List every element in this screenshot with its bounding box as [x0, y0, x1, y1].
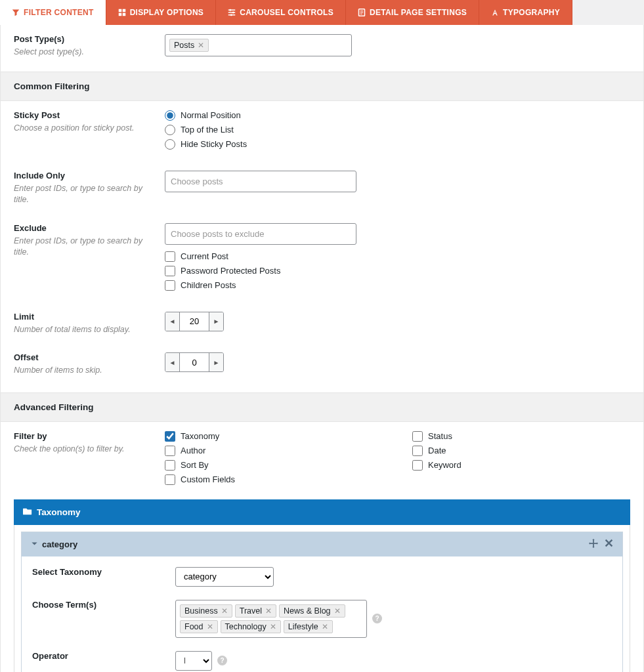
sticky-help: Choose a position for sticky post.	[14, 123, 134, 133]
limit-input[interactable]	[180, 312, 209, 331]
filter-customfields-option[interactable]: Custom Fields	[165, 474, 235, 485]
select-taxonomy-row: Select Taxonomy category	[32, 567, 612, 587]
filter-customfields-checkbox[interactable]	[165, 474, 175, 485]
filter-status-option[interactable]: Status	[412, 431, 462, 442]
filter-date-checkbox[interactable]	[412, 446, 423, 456]
tab-filter-content[interactable]: FILTER CONTENT	[0, 0, 106, 25]
term-tag: Technology✕	[221, 620, 281, 633]
post-type-label: Post Type(s)	[14, 34, 152, 44]
tab-display-options[interactable]: DISPLAY OPTIONS	[106, 0, 217, 25]
include-select[interactable]: Choose posts	[165, 171, 356, 192]
move-icon[interactable]	[589, 539, 598, 550]
filter-author-option[interactable]: Author	[165, 446, 235, 456]
advanced-filtering-heading: Advanced Filtering	[1, 392, 643, 422]
svg-point-7	[229, 9, 231, 11]
font-icon	[491, 9, 499, 16]
offset-help: Number of items to skip.	[14, 366, 102, 375]
term-tag: Food✕	[180, 620, 218, 633]
filter-sortby-checkbox[interactable]	[165, 460, 175, 471]
filter-sortby-option[interactable]: Sort By	[165, 460, 235, 471]
tab-carousel-controls[interactable]: CAROUSEL CONTROLS	[216, 0, 346, 25]
limit-help: Number of total items to display.	[14, 325, 131, 334]
sticky-label: Sticky Post	[14, 110, 152, 120]
limit-increment-button[interactable]: ►	[209, 312, 223, 331]
limit-decrement-button[interactable]: ◄	[165, 312, 180, 331]
remove-tag-icon[interactable]: ✕	[334, 606, 341, 616]
term-tag: Business✕	[180, 604, 232, 618]
term-tag: Travel✕	[235, 604, 276, 618]
tabs-bar: FILTER CONTENT DISPLAY OPTIONS CAROUSEL …	[0, 0, 644, 25]
post-type-select[interactable]: Posts ✕	[165, 34, 352, 56]
svg-rect-3	[122, 13, 125, 16]
select-taxonomy-label: Select Taxonomy	[32, 567, 175, 577]
sticky-normal-option[interactable]: Normal Position	[165, 110, 630, 121]
exclude-select[interactable]: Choose posts to exclude	[165, 223, 356, 245]
sticky-top-radio[interactable]	[165, 125, 175, 135]
tab-label: DISPLAY OPTIONS	[130, 8, 204, 17]
term-tag: Lifestyle✕	[284, 620, 333, 633]
filter-status-checkbox[interactable]	[412, 431, 423, 442]
svg-rect-0	[118, 9, 121, 12]
exclude-children-option[interactable]: Children Posts	[165, 280, 630, 291]
filter-author-checkbox[interactable]	[165, 446, 175, 456]
filter-taxonomy-option[interactable]: Taxonomy	[165, 431, 235, 442]
offset-input[interactable]	[180, 353, 209, 371]
remove-tag-icon[interactable]: ✕	[221, 606, 228, 616]
include-placeholder: Choose posts	[168, 174, 226, 189]
tab-label: FILTER CONTENT	[24, 8, 94, 17]
remove-tag-icon[interactable]: ✕	[207, 622, 213, 631]
filter-keyword-checkbox[interactable]	[412, 460, 423, 471]
exclude-current-option[interactable]: Current Post	[165, 251, 630, 262]
exclude-current-checkbox[interactable]	[165, 251, 175, 262]
choose-terms-label: Choose Term(s)	[32, 600, 175, 610]
offset-label: Offset	[14, 352, 152, 362]
filter-by-row: Filter by Check the option(s) to filter …	[1, 422, 643, 493]
filter-by-help: Check the option(s) to filter by.	[14, 444, 125, 453]
help-icon[interactable]: ?	[372, 614, 382, 623]
exclude-children-checkbox[interactable]	[165, 280, 175, 291]
filter-date-option[interactable]: Date	[412, 446, 462, 456]
folder-icon	[23, 507, 32, 518]
taxonomy-group-header[interactable]: category	[22, 532, 622, 556]
close-icon[interactable]	[605, 539, 613, 550]
help-icon[interactable]: ?	[217, 656, 227, 665]
remove-tag-icon[interactable]: ✕	[322, 622, 328, 631]
taxonomy-panel: Taxonomy category	[14, 499, 630, 673]
select-taxonomy-dropdown[interactable]: category	[175, 567, 274, 587]
operator-dropdown[interactable]: IN	[175, 651, 212, 671]
offset-row: Offset Number of items to skip. ◄ ►	[1, 339, 643, 392]
operator-label: Operator	[32, 651, 175, 661]
include-row: Include Only Enter post IDs, or type to …	[1, 158, 643, 210]
operator-row: Operator IN ?	[32, 651, 612, 671]
remove-tag-icon[interactable]: ✕	[265, 606, 272, 616]
remove-tag-icon[interactable]: ✕	[270, 622, 276, 631]
svg-point-8	[232, 12, 234, 14]
sticky-top-option[interactable]: Top of the List	[165, 125, 630, 135]
exclude-help: Enter post IDs, or type to search by tit…	[14, 236, 142, 257]
sticky-hide-radio[interactable]	[165, 139, 175, 150]
limit-row: Limit Number of total items to display. …	[1, 299, 643, 340]
filter-taxonomy-checkbox[interactable]	[165, 431, 175, 442]
offset-decrement-button[interactable]: ◄	[165, 353, 180, 371]
post-type-row: Post Type(s) Select post type(s). Posts …	[1, 25, 643, 72]
exclude-password-checkbox[interactable]	[165, 266, 175, 276]
filter-keyword-option[interactable]: Keyword	[412, 460, 462, 471]
page-icon	[358, 9, 366, 16]
taxonomy-panel-title: Taxonomy	[37, 507, 81, 517]
choose-terms-select[interactable]: Business✕Travel✕News & Blog✕Food✕Technol…	[175, 600, 367, 638]
post-type-tag: Posts ✕	[169, 39, 209, 52]
remove-tag-icon[interactable]: ✕	[198, 41, 204, 50]
taxonomy-panel-header: Taxonomy	[14, 499, 630, 525]
filter-icon	[12, 9, 20, 16]
exclude-placeholder: Choose posts to exclude	[168, 226, 267, 242]
offset-increment-button[interactable]: ►	[209, 353, 223, 371]
sticky-normal-radio[interactable]	[165, 110, 175, 121]
limit-label: Limit	[14, 312, 152, 322]
filter-by-label: Filter by	[14, 431, 152, 441]
sliders-icon	[228, 9, 236, 16]
sticky-hide-option[interactable]: Hide Sticky Posts	[165, 139, 630, 150]
taxonomy-group: category Select Taxonomy	[21, 532, 623, 673]
tab-detail-page-settings[interactable]: DETAIL PAGE SETTINGS	[346, 0, 479, 25]
tab-typography[interactable]: TYPOGRAPHY	[479, 0, 572, 25]
exclude-password-option[interactable]: Password Protected Posts	[165, 266, 630, 276]
